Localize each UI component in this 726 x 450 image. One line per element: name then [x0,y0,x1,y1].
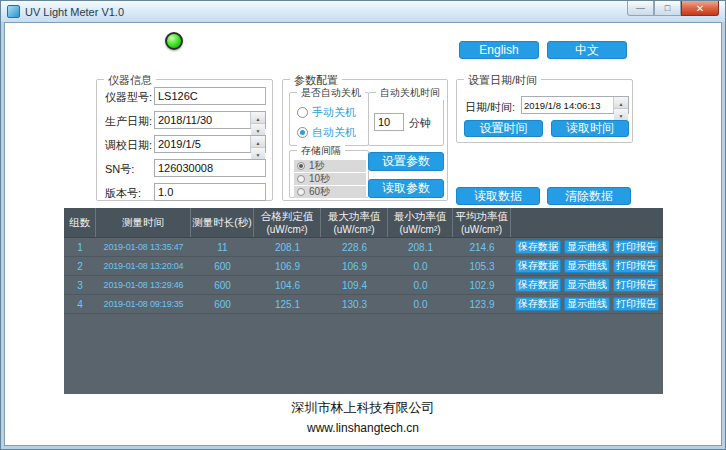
calibration-date-field [154,135,266,153]
serial-number-label: SN号: [105,162,134,177]
spin-up-icon[interactable] [614,97,628,109]
datetime-group: 设置日期/时间 日期/时间: 设置时间 读取时间 [456,79,633,143]
model-label: 仪器型号: [105,90,152,105]
header-qualified: 合格判定值(uW/cm²) [254,208,321,237]
cell-max: 106.9 [321,257,388,275]
cell-group: 1 [64,238,96,256]
cell-qualified: 208.1 [254,238,321,256]
shutdown-time-group: 自动关机时间 分钟 [368,92,444,146]
cell-min: 208.1 [388,238,453,256]
version-label: 版本号: [105,186,141,201]
cell-avg: 102.9 [453,276,511,294]
print-report-button[interactable]: 打印报告 [613,278,659,292]
table-row: 1 2019-01-08 13:35:47 11 208.1 228.6 208… [64,238,663,257]
auto-shutdown-group-title: 是否自动关机 [297,86,365,100]
show-curve-button[interactable]: 显示曲线 [564,278,610,292]
shutdown-time-input[interactable] [374,113,404,131]
read-data-button[interactable]: 读取数据 [456,187,540,205]
auto-shutdown-label: 自动关机 [312,125,356,140]
minimize-button[interactable]: — [627,1,654,16]
spin-down-icon[interactable] [251,148,265,159]
cell-qualified: 106.9 [254,257,321,275]
spin-up-icon[interactable] [251,112,265,124]
titlebar[interactable]: UV Light Meter V1.0 — □ ✕ [1,1,725,22]
cell-group: 3 [64,276,96,294]
save-data-button[interactable]: 保存数据 [515,278,561,292]
cell-min: 0.0 [388,276,453,294]
print-report-button[interactable]: 打印报告 [613,240,659,254]
read-params-button[interactable]: 读取参数 [368,179,444,198]
status-led-indicator [165,32,183,50]
clear-data-button[interactable]: 清除数据 [547,187,631,205]
calibration-date-input[interactable] [155,136,250,152]
radio-circle-icon [297,175,305,183]
datetime-input[interactable] [522,97,613,113]
measurement-table: 组数 测量时间 测量时长(秒) 合格判定值(uW/cm²) 最大功率值(uW/c… [64,208,663,394]
storage-interval-group-title: 存储间隔 [297,144,345,158]
header-time: 测量时间 [96,208,191,237]
cell-qualified: 125.1 [254,295,321,313]
spin-down-icon[interactable] [251,124,265,135]
close-button[interactable]: ✕ [681,1,719,16]
save-data-button[interactable]: 保存数据 [515,240,561,254]
storage-option-60s[interactable]: 60秒 [294,186,366,198]
cell-group: 4 [64,295,96,313]
storage-option-1s[interactable]: 1秒 [294,160,366,172]
cell-duration: 600 [191,276,254,294]
app-icon [7,5,20,18]
language-english-button[interactable]: English [459,41,539,59]
print-report-button[interactable]: 打印报告 [613,297,659,311]
table-row: 4 2019-01-08 09:19:35 600 125.1 130.3 0.… [64,295,663,314]
version-input[interactable] [154,183,266,201]
cell-min: 0.0 [388,257,453,275]
print-report-button[interactable]: 打印报告 [613,259,659,273]
calibration-date-spinner [250,136,265,152]
header-min-power: 最小功率值(uW/cm²) [388,208,453,237]
set-time-button[interactable]: 设置时间 [464,120,543,137]
save-data-button[interactable]: 保存数据 [515,297,561,311]
shutdown-time-unit-label: 分钟 [409,116,431,131]
production-date-spinner [250,112,265,128]
cell-max: 130.3 [321,295,388,313]
save-data-button[interactable]: 保存数据 [515,259,561,273]
main-content: English 中文 仪器信息 仪器型号: 生产日期: 调校日期: [4,22,722,446]
datetime-group-title: 设置日期/时间 [464,73,541,88]
read-time-button[interactable]: 读取时间 [551,120,629,137]
maximize-button[interactable]: □ [654,1,681,16]
cell-group: 2 [64,257,96,275]
cell-time: 2019-01-08 09:19:35 [96,295,191,313]
company-name: 深圳市林上科技有限公司 [5,399,721,417]
storage-interval-group: 存储间隔 1秒 10秒 60秒 [289,150,369,198]
table-row: 3 2019-01-08 13:29:46 600 104.6 109.4 0.… [64,276,663,295]
table-row: 2 2019-01-08 13:20:04 600 106.9 106.9 0.… [64,257,663,276]
set-params-button[interactable]: 设置参数 [368,152,444,171]
auto-shutdown-group: 是否自动关机 手动关机 自动关机 [289,92,369,146]
radio-circle-icon [297,127,308,138]
spin-up-icon[interactable] [251,136,265,148]
serial-number-input[interactable] [154,159,266,177]
datetime-field [521,96,629,114]
production-date-input[interactable] [155,112,250,128]
storage-option-10s[interactable]: 10秒 [294,173,366,185]
show-curve-button[interactable]: 显示曲线 [564,297,610,311]
radio-circle-icon [297,107,308,118]
table-header-row: 组数 测量时间 测量时长(秒) 合格判定值(uW/cm²) 最大功率值(uW/c… [64,208,663,238]
auto-shutdown-radio[interactable]: 自动关机 [297,125,356,140]
cell-min: 0.0 [388,295,453,313]
spin-down-icon[interactable] [614,109,628,120]
production-date-label: 生产日期: [105,114,152,129]
instrument-info-group: 仪器信息 仪器型号: 生产日期: 调校日期: SN号: 版本 [96,79,273,201]
model-input[interactable] [154,87,266,105]
cell-avg: 123.9 [453,295,511,313]
datetime-spinner [613,97,628,113]
manual-shutdown-radio[interactable]: 手动关机 [297,105,356,120]
cell-time: 2019-01-08 13:20:04 [96,257,191,275]
cell-max: 228.6 [321,238,388,256]
cell-avg: 105.3 [453,257,511,275]
production-date-field [154,111,266,129]
cell-time: 2019-01-08 13:35:47 [96,238,191,256]
shutdown-time-group-title: 自动关机时间 [376,86,444,100]
show-curve-button[interactable]: 显示曲线 [564,240,610,254]
language-chinese-button[interactable]: 中文 [547,41,627,59]
show-curve-button[interactable]: 显示曲线 [564,259,610,273]
